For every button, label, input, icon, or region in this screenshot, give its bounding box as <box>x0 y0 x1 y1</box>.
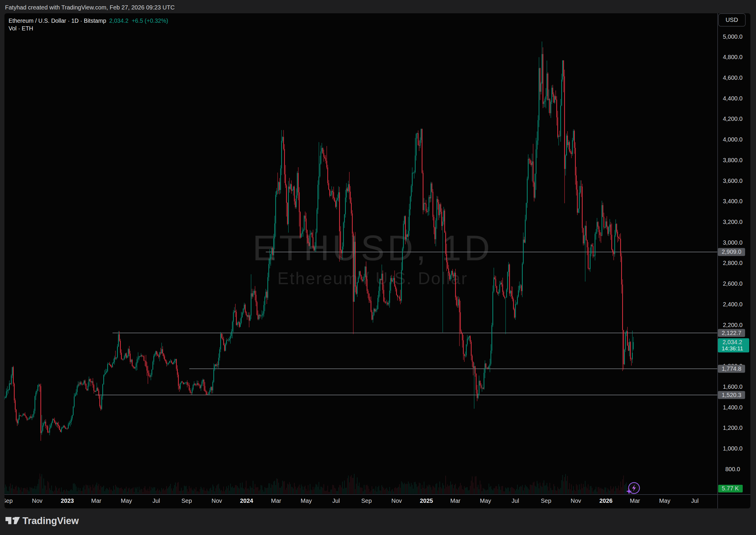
svg-text:3,200.0: 3,200.0 <box>723 219 743 225</box>
svg-text:Vol · ETH: Vol · ETH <box>9 25 33 32</box>
svg-text:2,200.0: 2,200.0 <box>723 322 743 328</box>
svg-text:Jul: Jul <box>691 497 699 504</box>
svg-text:Nov: Nov <box>32 497 42 504</box>
svg-text:4,400.0: 4,400.0 <box>723 95 743 101</box>
svg-text:1,600.0: 1,600.0 <box>723 383 743 390</box>
svg-text:3,800.0: 3,800.0 <box>723 157 743 163</box>
svg-text:Jul: Jul <box>511 497 519 504</box>
svg-text:2023: 2023 <box>61 497 74 504</box>
svg-text:ETHUSD, 1D: ETHUSD, 1D <box>253 228 493 268</box>
svg-text:Mar: Mar <box>91 497 102 504</box>
svg-text:800.0: 800.0 <box>725 466 740 472</box>
svg-text:3,000.0: 3,000.0 <box>723 239 743 246</box>
svg-text:2,600.0: 2,600.0 <box>723 280 743 287</box>
svg-text:Ethereum / U.S. Dollar: Ethereum / U.S. Dollar <box>278 269 468 288</box>
svg-text:2,800.0: 2,800.0 <box>723 260 743 266</box>
svg-text:Fatyhad created with TradingVi: Fatyhad created with TradingView.com, Fe… <box>5 4 175 11</box>
svg-text:2,034.2: 2,034.2 <box>723 339 742 345</box>
svg-text:Mar: Mar <box>271 497 282 504</box>
svg-text:4,600.0: 4,600.0 <box>723 74 743 81</box>
svg-text:Sep: Sep <box>2 497 13 504</box>
svg-text:4,200.0: 4,200.0 <box>723 116 743 122</box>
svg-text:5,000.0: 5,000.0 <box>723 33 743 40</box>
svg-text:4,000.0: 4,000.0 <box>723 136 743 143</box>
svg-text:2,400.0: 2,400.0 <box>723 301 743 308</box>
svg-text:1,200.0: 1,200.0 <box>723 425 743 431</box>
svg-text:3,600.0: 3,600.0 <box>723 178 743 184</box>
svg-text:USD: USD <box>726 16 738 23</box>
svg-text:Jul: Jul <box>152 497 160 504</box>
svg-text:2,909.0: 2,909.0 <box>722 248 742 255</box>
svg-text:TradingView: TradingView <box>22 516 79 526</box>
svg-text:May: May <box>659 497 670 504</box>
svg-text:Mar: Mar <box>450 497 461 504</box>
svg-text:14:36:11: 14:36:11 <box>722 345 743 352</box>
svg-text:Nov: Nov <box>391 497 402 504</box>
svg-text:2025: 2025 <box>420 497 433 504</box>
svg-text:1,000.0: 1,000.0 <box>723 445 743 452</box>
svg-text:Mar: Mar <box>630 497 640 504</box>
svg-text:2024: 2024 <box>240 497 254 504</box>
svg-text:Jul: Jul <box>332 497 340 504</box>
svg-text:2026: 2026 <box>600 497 613 504</box>
svg-text:4,800.0: 4,800.0 <box>723 54 743 60</box>
svg-text:Sep: Sep <box>541 497 551 504</box>
svg-text:May: May <box>301 497 312 504</box>
svg-text:Nov: Nov <box>211 497 222 504</box>
svg-text:1,400.0: 1,400.0 <box>723 404 743 410</box>
svg-text:1,774.8: 1,774.8 <box>722 365 742 372</box>
svg-text:1,520.3: 1,520.3 <box>722 392 742 398</box>
svg-text:Nov: Nov <box>571 497 581 504</box>
svg-text:5.77 K: 5.77 K <box>722 485 739 492</box>
svg-text:2,034.2 +6.5 (+0.32%): 2,034.2 +6.5 (+0.32%) <box>109 17 168 24</box>
svg-text:Sep: Sep <box>181 497 192 504</box>
svg-text:Ethereum / U.S. Dollar · 1D ·: Ethereum / U.S. Dollar · 1D · Bitstamp <box>9 17 106 24</box>
svg-text:3,400.0: 3,400.0 <box>723 198 743 205</box>
svg-text:May: May <box>480 497 491 504</box>
svg-text:2,122.7: 2,122.7 <box>722 330 742 336</box>
svg-text:Sep: Sep <box>361 497 372 504</box>
svg-text:May: May <box>121 497 132 504</box>
